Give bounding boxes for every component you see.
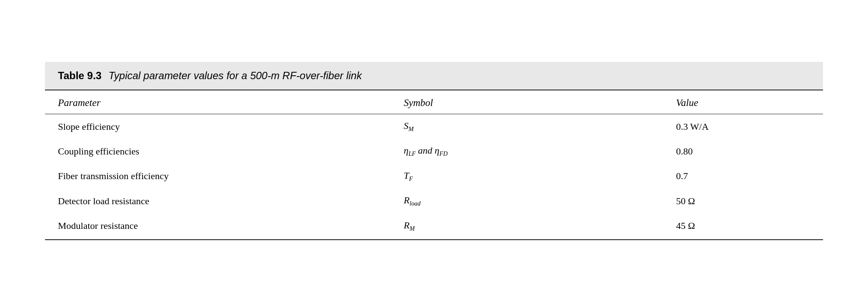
parameter-cell: Fiber transmission efficiency bbox=[45, 164, 395, 189]
parameter-cell: Slope efficiency bbox=[45, 114, 395, 139]
table-caption-label: Table 9.3 bbox=[58, 70, 102, 82]
header-value: Value bbox=[667, 90, 823, 114]
table-row: Modulator resistance RM 45 Ω bbox=[45, 214, 823, 240]
table-row: Coupling efficiencies ηLF and ηFD 0.80 bbox=[45, 139, 823, 164]
parameter-cell: Modulator resistance bbox=[45, 214, 395, 240]
parameter-cell: Coupling efficiencies bbox=[45, 139, 395, 164]
table-header-row: Parameter Symbol Value bbox=[45, 90, 823, 114]
table-row: Slope efficiency SM 0.3 W/A bbox=[45, 114, 823, 139]
header-symbol: Symbol bbox=[395, 90, 667, 114]
symbol-cell: SM bbox=[395, 114, 667, 139]
symbol-cell: Rload bbox=[395, 189, 667, 213]
table-row: Detector load resistance Rload 50 Ω bbox=[45, 189, 823, 213]
value-cell: 45 Ω bbox=[667, 214, 823, 240]
value-cell: 0.3 W/A bbox=[667, 114, 823, 139]
table-row: Fiber transmission efficiency TF 0.7 bbox=[45, 164, 823, 189]
symbol-cell: ηLF and ηFD bbox=[395, 139, 667, 164]
table-container: Table 9.3 Typical parameter values for a… bbox=[45, 62, 823, 240]
symbol-cell: RM bbox=[395, 214, 667, 240]
symbol-cell: TF bbox=[395, 164, 667, 189]
header-parameter: Parameter bbox=[45, 90, 395, 114]
value-cell: 0.80 bbox=[667, 139, 823, 164]
parameter-cell: Detector load resistance bbox=[45, 189, 395, 213]
value-cell: 0.7 bbox=[667, 164, 823, 189]
table-caption: Table 9.3 Typical parameter values for a… bbox=[45, 62, 823, 90]
value-cell: 50 Ω bbox=[667, 189, 823, 213]
data-table: Parameter Symbol Value Slope efficiency … bbox=[45, 90, 823, 240]
table-caption-title: Typical parameter values for a 500-m RF-… bbox=[108, 70, 362, 82]
